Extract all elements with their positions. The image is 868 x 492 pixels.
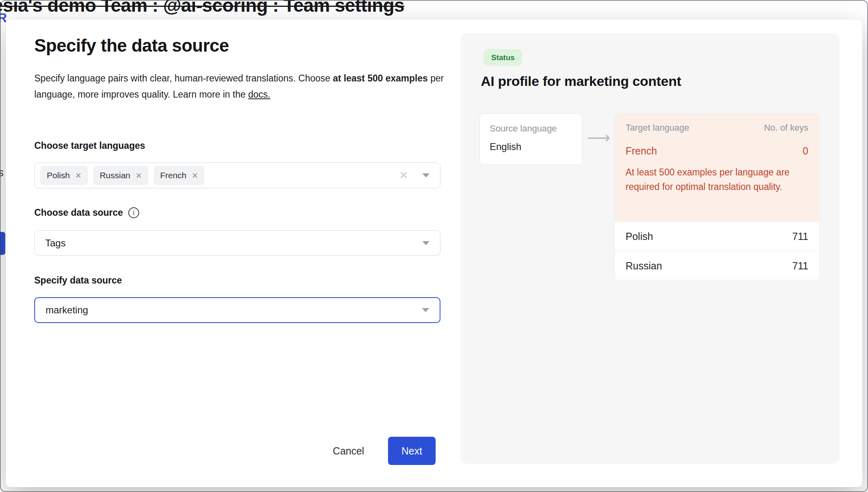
- clear-all-icon[interactable]: ✕: [399, 170, 408, 181]
- chevron-down-icon: [422, 173, 430, 177]
- keys-count: 711: [792, 231, 808, 242]
- language-chip[interactable]: Russian ✕: [93, 166, 148, 185]
- table-row: French 0: [626, 145, 808, 157]
- source-language-label: Source language: [490, 123, 572, 134]
- specify-data-source-select[interactable]: marketing: [34, 297, 440, 323]
- specify-data-source-select-value: marketing: [46, 304, 88, 316]
- preview-panel: Status AI profile for marketing content …: [461, 33, 839, 464]
- close-icon[interactable]: ✕: [192, 172, 198, 179]
- language-chip[interactable]: Polish ✕: [40, 166, 88, 185]
- language-name: Polish: [626, 231, 653, 242]
- preview-title: AI profile for marketing content: [481, 73, 681, 89]
- description-text: Specify language pairs with clear, human…: [34, 73, 333, 83]
- keys-count: 0: [803, 145, 808, 157]
- target-table-error-section: Target language No. of keys French 0 At …: [615, 114, 819, 222]
- chevron-down-icon: [422, 241, 430, 245]
- next-button[interactable]: Next: [388, 437, 436, 465]
- error-message: At least 500 examples per language are r…: [626, 165, 810, 194]
- description-bold-text: at least 500 examples: [333, 73, 428, 83]
- modal-description: Specify language pairs with clear, human…: [34, 70, 444, 102]
- target-language-table: Target language No. of keys French 0 At …: [614, 113, 820, 280]
- status-badge: Status: [484, 49, 522, 66]
- target-languages-label: Choose target languages: [34, 140, 145, 151]
- chevron-down-icon: [422, 308, 429, 312]
- language-chip-label: Russian: [100, 171, 130, 180]
- data-source-select-value: Tags: [45, 238, 66, 249]
- target-languages-multiselect[interactable]: Polish ✕ Russian ✕ French ✕ ✕: [34, 163, 440, 188]
- cancel-button[interactable]: Cancel: [319, 437, 378, 465]
- specify-data-source-label: Specify data source: [34, 275, 122, 286]
- source-language-value: English: [490, 141, 572, 152]
- language-chip-label: French: [160, 171, 186, 180]
- keys-count-header: No. of keys: [764, 123, 808, 133]
- background-accent-bar: [0, 232, 5, 255]
- background-page-header: esia's demo Team : @ai-scoring : Team se…: [0, 0, 404, 16]
- modal-title: Specify the data source: [34, 35, 229, 56]
- close-icon[interactable]: ✕: [136, 172, 142, 179]
- modal-dialog: Specify the data source Specify language…: [6, 19, 862, 487]
- data-source-select[interactable]: Tags: [34, 230, 440, 256]
- table-row: Polish 711: [615, 222, 819, 251]
- language-name: Russian: [626, 260, 662, 272]
- target-language-header: Target language: [626, 123, 689, 133]
- background-partial-text: s: [0, 166, 4, 179]
- language-chip[interactable]: French ✕: [154, 166, 204, 185]
- data-source-label: Choose data source i: [34, 207, 139, 218]
- docs-link[interactable]: docs.: [248, 89, 270, 100]
- close-icon[interactable]: ✕: [75, 172, 81, 179]
- info-icon[interactable]: i: [128, 207, 139, 218]
- language-name: French: [626, 145, 657, 157]
- table-row: Russian 711: [615, 251, 819, 280]
- keys-count: 711: [792, 260, 808, 272]
- source-language-card: Source language English: [480, 113, 582, 165]
- arrow-right-icon: ⟶: [587, 128, 610, 147]
- language-chip-label: Polish: [47, 171, 70, 180]
- target-table-header: Target language No. of keys: [626, 123, 808, 133]
- data-source-label-text: Choose data source: [34, 207, 123, 218]
